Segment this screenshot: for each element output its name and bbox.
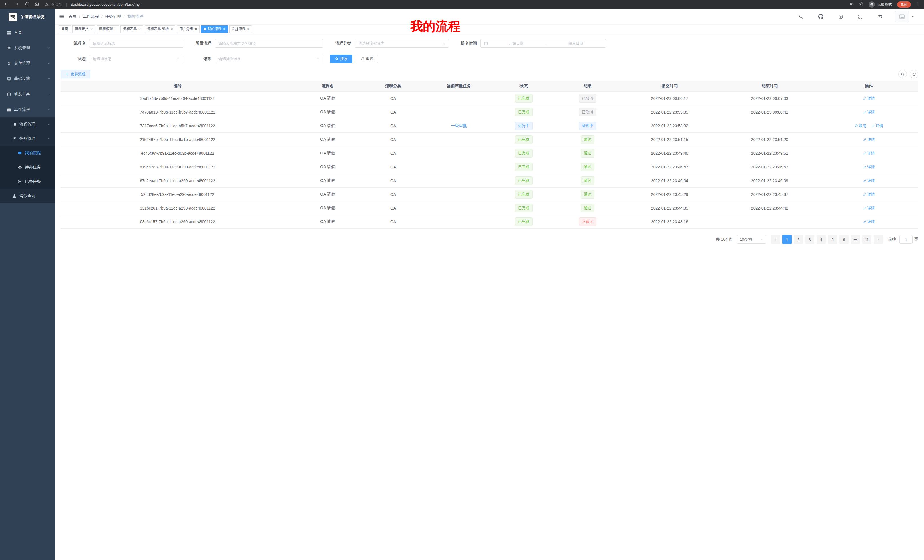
pagination-page-button[interactable]: 5 — [828, 235, 837, 244]
home-grid-icon — [7, 30, 11, 35]
sidebar-item[interactable]: 我的流程 — [0, 146, 55, 160]
detail-action-link[interactable]: 详情 — [863, 151, 875, 156]
browser-back-button[interactable] — [4, 2, 9, 7]
edit-icon — [863, 97, 867, 100]
sidebar-item[interactable]: 首页 — [0, 25, 55, 40]
breadcrumb-item[interactable]: 首页 — [69, 14, 76, 19]
tab-item[interactable]: 流程表单× — [120, 25, 143, 33]
pagination-page-button[interactable]: 3 — [805, 235, 814, 244]
cell-process-name: OA 请假 — [295, 219, 360, 225]
chevron-down-icon — [47, 77, 50, 80]
browser-reload-button[interactable] — [24, 2, 29, 7]
create-process-button[interactable]: 发起流程 — [60, 70, 90, 78]
status-badge: 进行中 — [515, 121, 532, 130]
pagination-page-button[interactable]: 1 — [782, 235, 792, 244]
detail-action-link[interactable]: 详情 — [863, 205, 875, 211]
goto-page-input[interactable] — [900, 235, 913, 244]
current-task-link[interactable]: 一级审批 — [451, 123, 467, 128]
tab-close-icon[interactable]: × — [171, 27, 173, 31]
browser-forward-button[interactable] — [14, 2, 19, 7]
action-label: 详情 — [867, 96, 875, 101]
page-size-select[interactable]: 10条/页 — [736, 235, 766, 244]
chevron-right-icon — [877, 238, 880, 241]
cell-actions: 详情 — [819, 192, 918, 197]
browser-address-bar[interactable]: 不安全 | dashboard.yudao.iocoder.cn/bpm/tas… — [45, 2, 140, 7]
sidebar-item[interactable]: 工作流程 — [0, 102, 55, 117]
tab-label: 流程定义 — [75, 27, 88, 31]
fullscreen-icon — [858, 14, 862, 19]
tab-close-icon[interactable]: × — [138, 27, 141, 31]
detail-action-link[interactable]: 详情 — [863, 109, 875, 115]
process-def-input[interactable] — [215, 39, 323, 48]
tab-item[interactable]: 流程定义× — [72, 25, 95, 33]
pagination-page-button[interactable]: 4 — [817, 235, 826, 244]
search-button[interactable]: 搜索 — [330, 54, 352, 63]
sidebar-toggle-button[interactable] — [55, 9, 69, 24]
pagination-page-button[interactable]: 11 — [862, 235, 872, 244]
cancel-action-link[interactable]: 取消 — [855, 123, 866, 129]
sidebar-item[interactable]: 请假查询 — [0, 189, 55, 203]
breadcrumb-item[interactable]: 工作流程 — [83, 14, 99, 19]
sidebar-item[interactable]: 流程管理 — [0, 117, 55, 132]
tab-item[interactable]: 流程模型× — [96, 25, 119, 33]
tab-item[interactable]: 我的流程× — [201, 25, 228, 33]
update-button[interactable]: 更新 — [897, 1, 911, 8]
tab-close-icon[interactable]: × — [223, 27, 225, 31]
cat-logo-icon — [10, 14, 16, 20]
sidebar-item[interactable]: 研发工具 — [0, 87, 55, 102]
detail-action-link[interactable]: 详情 — [863, 178, 875, 183]
detail-action-link[interactable]: 详情 — [863, 219, 875, 225]
status-select[interactable]: 请选择状态 — [89, 54, 183, 63]
detail-action-link[interactable]: 详情 — [863, 96, 875, 101]
tab-item[interactable]: 首页 — [59, 25, 71, 33]
tab-close-icon[interactable]: × — [247, 27, 249, 31]
result-select[interactable]: 请选择流结果 — [215, 54, 323, 63]
tab-item[interactable]: 发起流程× — [229, 25, 252, 33]
github-button[interactable] — [811, 9, 831, 24]
tab-close-icon[interactable]: × — [90, 27, 93, 31]
header-search-button[interactable] — [791, 9, 811, 24]
detail-action-link[interactable]: 详情 — [872, 123, 883, 129]
pagination-page-button[interactable]: 2 — [794, 235, 803, 244]
bookmark-star-icon[interactable] — [859, 2, 864, 7]
sidebar-item-label: 系统管理 — [14, 45, 47, 51]
sidebar-item[interactable]: 系统管理 — [0, 40, 55, 55]
tab-item[interactable]: 流程表单-编辑× — [145, 25, 176, 33]
sidebar-item[interactable]: 任务管理 — [0, 132, 55, 146]
detail-action-link[interactable]: 详情 — [863, 165, 875, 169]
category-select[interactable]: 请选择流程分类 — [355, 39, 449, 48]
process-name-input[interactable] — [89, 39, 183, 48]
detail-action-link[interactable]: 详情 — [863, 137, 875, 142]
column-header: 结果 — [556, 84, 620, 89]
font-size-button[interactable]: T — [870, 9, 890, 24]
cell-result: 通过 — [556, 190, 620, 199]
browser-menu-button[interactable] — [916, 2, 920, 7]
detail-action-link[interactable]: 详情 — [863, 192, 875, 197]
sidebar-item-label: 工作流程 — [14, 107, 47, 112]
incognito-label: 无痕模式 — [877, 2, 892, 7]
password-key-icon[interactable] — [850, 2, 854, 7]
sidebar-item[interactable]: 已办任务 — [0, 174, 55, 189]
help-button[interactable]: ? — [831, 9, 850, 24]
toggle-search-button[interactable] — [898, 70, 907, 78]
submit-time-range-input[interactable]: 开始日期 - 结束日期 — [480, 39, 606, 48]
pagination-next-button[interactable] — [874, 235, 883, 244]
app-logo[interactable]: 芋道管理系统 — [0, 9, 55, 25]
sidebar-item[interactable]: 待办任务 — [0, 160, 55, 174]
breadcrumb-item[interactable]: 任务管理 — [105, 14, 121, 19]
pagination-page-button[interactable]: 6 — [840, 235, 849, 244]
fullscreen-button[interactable] — [850, 9, 870, 24]
refresh-table-button[interactable] — [910, 70, 918, 78]
tab-close-icon[interactable]: × — [195, 27, 197, 31]
tab-close-icon[interactable]: × — [114, 27, 117, 31]
browser-home-button[interactable] — [34, 2, 39, 7]
cell-end-time: 2022-01-23 00:08:41 — [720, 110, 819, 114]
cell-category: OA — [360, 192, 426, 197]
user-avatar-menu[interactable] — [895, 11, 914, 22]
pagination-more-button[interactable]: ••• — [851, 235, 860, 244]
pagination-prev-button[interactable] — [771, 235, 780, 244]
sidebar-item[interactable]: ¥支付管理 — [0, 55, 55, 71]
sidebar-item[interactable]: 基础设施 — [0, 71, 55, 87]
tab-item[interactable]: 用户分组× — [177, 25, 200, 33]
reset-button[interactable]: 重置 — [356, 54, 378, 63]
